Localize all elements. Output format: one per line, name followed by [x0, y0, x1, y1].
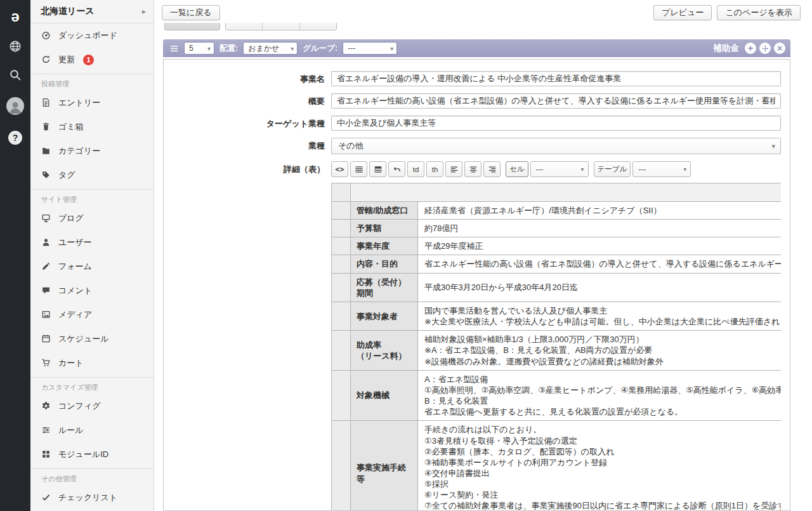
unit-count-select[interactable]: 5 ▾ — [184, 42, 214, 55]
row-header-cell[interactable]: 予算額 — [351, 220, 418, 237]
sidebar-item-cart[interactable]: カート — [30, 351, 154, 375]
row-handle-cell[interactable] — [332, 331, 351, 370]
undo-icon[interactable] — [388, 161, 405, 177]
row-content-cell[interactable]: 補助対象設備額×補助率1/3（上限3,000万円／下限30万円） ※A：省エネ型… — [418, 331, 782, 370]
sidebar-item-user[interactable]: ユーザー — [30, 230, 154, 255]
move-unit-icon[interactable] — [759, 43, 771, 54]
search-icon[interactable] — [9, 69, 22, 81]
table-editor-toolbar: <> td th — [331, 161, 781, 177]
row-handle-cell[interactable] — [332, 237, 351, 255]
sidebar-item-label: ダッシュボード — [58, 30, 117, 41]
sidebar-item-label: ルール — [58, 425, 84, 436]
clipped-select[interactable] — [164, 23, 220, 30]
sidebar-item-schedule[interactable]: スケジュール — [30, 327, 154, 351]
sidebar-item-tag[interactable]: タグ — [30, 163, 154, 187]
table-corner-cell[interactable] — [332, 183, 351, 202]
sidebar-item-category[interactable]: カテゴリー — [30, 139, 154, 163]
app-logo[interactable]: ə — [11, 9, 19, 24]
row-content-cell[interactable]: 手続きの流れは以下のとおり。 ①3者見積りを取得・導入予定設備の選定 ②必要書類… — [418, 421, 782, 511]
th-button[interactable]: th — [426, 161, 443, 177]
delete-unit-icon[interactable]: × — [774, 43, 785, 54]
sidebar-item-trash[interactable]: ゴミ箱 — [30, 115, 154, 139]
row-header-cell[interactable]: 事業対象者 — [351, 302, 418, 330]
row-header-cell[interactable]: 対象機械 — [351, 370, 418, 421]
detail-table-row: 内容・目的省エネルギー性能の高い設備（省エネ型設備）の導入と併せて、導入する設備… — [332, 255, 782, 273]
detail-table-row: 助成率 （リース料）補助対象設備額×補助率1/3（上限3,000万円／下限30万… — [332, 331, 782, 370]
row-handle-cell[interactable] — [332, 202, 351, 220]
row-header-cell[interactable]: 管轄/助成窓口 — [351, 202, 418, 220]
config-icon — [41, 401, 51, 411]
user-avatar[interactable] — [6, 97, 24, 115]
layout-value: おまかせ — [248, 43, 279, 54]
industry-select[interactable]: その他 ▾ — [331, 138, 781, 154]
align-left-icon[interactable] — [445, 161, 462, 177]
field-label-summary: 概要 — [164, 93, 331, 109]
row-header-cell[interactable]: 応募（受付）期間 — [351, 273, 418, 302]
row-header-cell[interactable]: 事業年度 — [351, 237, 418, 255]
row-header-cell[interactable]: 事業実施手続等 — [351, 421, 418, 511]
row-handle-cell[interactable] — [332, 302, 351, 330]
row-handle-cell[interactable] — [332, 370, 351, 421]
row-header-cell[interactable]: 助成率 （リース料） — [351, 331, 418, 370]
sidebar-item-media[interactable]: メディア — [30, 303, 154, 327]
table-column-header-cell[interactable] — [351, 183, 782, 202]
unit-type-label: 補助金 — [714, 43, 740, 54]
drag-handle-icon[interactable] — [169, 44, 179, 53]
module-id-icon — [41, 449, 51, 460]
row-header-cell[interactable]: 内容・目的 — [351, 255, 418, 273]
row-handle-cell[interactable] — [332, 421, 351, 511]
sidebar-item-comment[interactable]: コメント — [30, 279, 154, 303]
industry-select-value: その他 — [338, 140, 363, 152]
row-content-cell[interactable]: 経済産業省（資源エネルギー庁）/環境共創イニシアチブ（SII） — [418, 202, 782, 220]
table-action-select[interactable]: --- ▾ — [632, 161, 691, 177]
site-switcher[interactable]: 北海道リース ▸ — [30, 0, 154, 23]
table-insert-icon[interactable] — [350, 161, 367, 177]
help-icon[interactable]: ? — [8, 131, 22, 145]
row-content-cell[interactable]: A：省エネ型設備 ①高効率照明、②高効率空調、③産業ヒートポンプ、④業務用給湯器… — [418, 370, 782, 421]
row-content-cell[interactable]: 平成29年度補正 — [418, 237, 782, 255]
preview-button[interactable]: プレビュー — [653, 5, 712, 20]
row-handle-cell[interactable] — [332, 255, 351, 273]
sidebar-item-form[interactable]: フォーム — [30, 255, 154, 279]
update-count-badge: 1 — [83, 55, 94, 65]
sidebar-item-checklist[interactable]: チェックリスト — [30, 486, 154, 510]
td-button[interactable]: td — [407, 161, 424, 177]
media-icon — [41, 310, 51, 320]
user-icon — [41, 237, 51, 248]
chevron-down-icon: ▾ — [207, 45, 211, 52]
sidebar-item-dashboard[interactable]: ダッシュボード — [30, 23, 154, 48]
group-select[interactable]: --- ▾ — [343, 42, 397, 55]
cell-button[interactable]: セル — [506, 161, 528, 177]
sidebar-item-label: チェックリスト — [58, 492, 117, 503]
code-icon[interactable]: <> — [331, 161, 348, 177]
globe-icon[interactable] — [9, 40, 22, 53]
sidebar-item-blog[interactable]: ブログ — [30, 206, 154, 230]
table-button[interactable]: テーブル — [594, 161, 631, 177]
cell-action-select[interactable]: --- ▾ — [530, 161, 589, 177]
sidebar-item-update[interactable]: 更新1 — [30, 48, 154, 72]
summary-input[interactable] — [331, 93, 781, 109]
row-content-cell[interactable]: 国内で事業活動を営んでいる法人及び個人事業主 ※大企業や医療法人・学校法人なども… — [418, 302, 782, 330]
show-page-button[interactable]: このページを表示 — [717, 5, 801, 20]
sidebar-item-module-id[interactable]: モジュールID — [30, 442, 154, 467]
clipped-button-group[interactable] — [225, 23, 337, 30]
sidebar-item-label: カテゴリー — [58, 145, 100, 157]
sidebar-item-entry[interactable]: エントリー — [30, 91, 154, 115]
detail-table-row: 事業年度平成29年度補正 — [332, 237, 782, 255]
align-right-icon[interactable] — [483, 161, 501, 177]
layout-label: 配置: — [219, 43, 238, 54]
align-center-icon[interactable] — [464, 161, 481, 177]
row-handle-cell[interactable] — [332, 220, 351, 237]
row-handle-cell[interactable] — [332, 273, 351, 302]
row-content-cell[interactable]: 約78億円 — [418, 220, 782, 237]
table-header-icon[interactable] — [369, 161, 386, 177]
row-content-cell[interactable]: 平成30年3月20日から平成30年4月20日迄 — [418, 273, 782, 302]
back-to-list-button[interactable]: 一覧に戻る — [162, 5, 220, 20]
sidebar-item-rule[interactable]: ルール — [30, 418, 154, 442]
sidebar-item-config[interactable]: コンフィグ — [30, 394, 154, 418]
target-industry-input[interactable] — [331, 116, 781, 131]
add-unit-icon[interactable]: + — [745, 43, 756, 54]
layout-select[interactable]: おまかせ ▾ — [243, 42, 298, 55]
business-name-input[interactable] — [331, 71, 781, 86]
row-content-cell[interactable]: 省エネルギー性能の高い設備（省エネ型設備）の導入と併せて、導入する設備に係るエネ… — [418, 255, 782, 273]
